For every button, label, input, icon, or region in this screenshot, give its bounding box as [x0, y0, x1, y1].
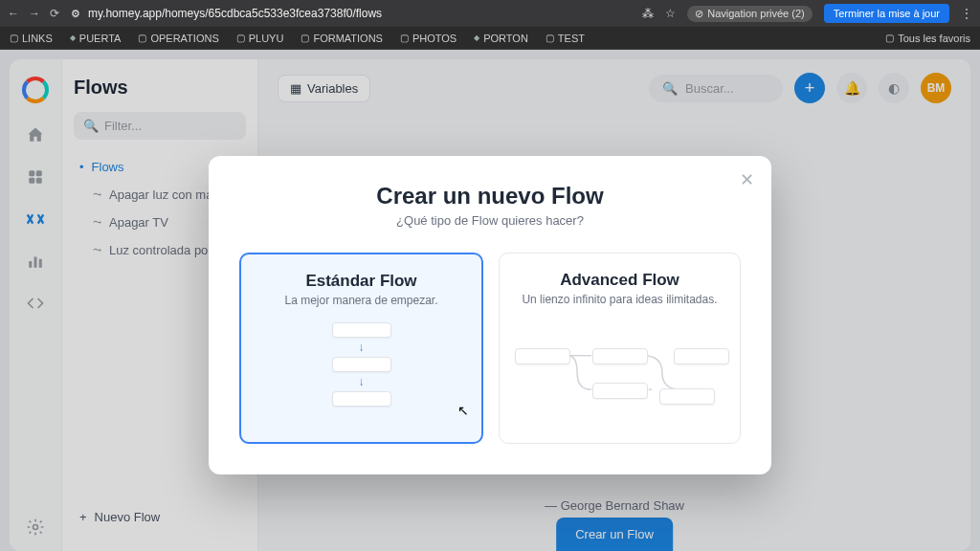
back-button[interactable]: ← — [8, 7, 19, 20]
url-text: my.homey.app/homeys/65cdbca5c533e3fcea37… — [88, 7, 382, 20]
browser-menu-icon[interactable]: ⋮ — [961, 7, 972, 20]
forward-button[interactable]: → — [29, 7, 40, 20]
advanced-flow-card[interactable]: Advanced Flow Un lienzo infinito para id… — [499, 253, 741, 444]
incognito-badge: ⊘ Navigation privée (2) — [687, 6, 813, 22]
advanced-flow-illustration — [511, 335, 728, 421]
standard-flow-title: Estándar Flow — [253, 272, 470, 291]
update-button[interactable]: Terminer la mise à jour — [824, 4, 949, 23]
bookmark-operations[interactable]: OPERATIONS — [138, 33, 218, 44]
standard-flow-desc: La mejor manera de empezar. — [253, 294, 470, 307]
standard-flow-card[interactable]: Estándar Flow La mejor manera de empezar… — [239, 253, 483, 444]
bookmark-star-icon[interactable]: ☆ — [665, 7, 676, 20]
site-settings-icon: ⚙ — [71, 8, 80, 20]
bookmark-all-favs[interactable]: Tous les favoris — [885, 33, 970, 44]
advanced-flow-desc: Un lienzo infinito para ideas ilimitadas… — [511, 293, 728, 306]
translate-icon[interactable]: ⁂ — [642, 7, 654, 20]
bookmark-pluyu[interactable]: PLUYU — [236, 33, 284, 44]
modal-subtitle: ¿Qué tipo de Flow quieres hacer? — [239, 213, 741, 228]
advanced-flow-title: Advanced Flow — [511, 271, 728, 290]
create-flow-modal: ✕ Crear un nuevo Flow ¿Qué tipo de Flow … — [209, 156, 771, 474]
close-button[interactable]: ✕ — [740, 169, 754, 190]
bookmark-test[interactable]: TEST — [546, 33, 585, 44]
modal-title: Crear un nuevo Flow — [239, 183, 741, 209]
bookmark-formations[interactable]: FORMATIONS — [301, 33, 383, 44]
browser-toolbar: ← → ⟳ ⚙ my.homey.app/homeys/65cdbca5c533… — [0, 0, 980, 27]
arrow-down-icon: ↓ — [359, 341, 365, 354]
bookmark-photos[interactable]: PHOTOS — [400, 33, 457, 44]
incognito-icon: ⊘ — [695, 8, 703, 20]
bookmark-porton[interactable]: PORTON — [474, 33, 528, 44]
bookmarks-bar: LINKS PUERTA OPERATIONS PLUYU FORMATIONS… — [0, 27, 980, 50]
arrow-down-icon: ↓ — [359, 375, 365, 388]
standard-flow-illustration: ↓ ↓ — [253, 322, 470, 407]
bookmark-puerta[interactable]: PUERTA — [70, 33, 122, 44]
bookmark-links[interactable]: LINKS — [10, 33, 53, 44]
address-bar[interactable]: ⚙ my.homey.app/homeys/65cdbca5c533e3fcea… — [71, 7, 631, 20]
reload-button[interactable]: ⟳ — [50, 7, 59, 20]
